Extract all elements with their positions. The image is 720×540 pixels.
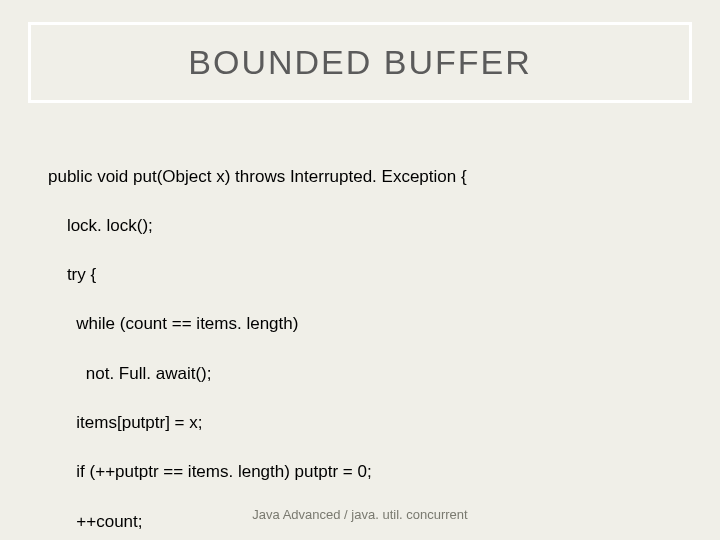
code-line: not. Full. await(); bbox=[48, 362, 672, 387]
code-line: while (count == items. length) bbox=[48, 312, 672, 337]
title-box: BOUNDED BUFFER bbox=[28, 22, 692, 103]
code-block: public void put(Object x) throws Interru… bbox=[48, 140, 672, 540]
code-line: if (++putptr == items. length) putptr = … bbox=[48, 460, 672, 485]
code-line: try { bbox=[48, 263, 672, 288]
footer-text: Java Advanced / java. util. concurrent bbox=[0, 507, 720, 522]
code-line: public void put(Object x) throws Interru… bbox=[48, 165, 672, 190]
code-line: lock. lock(); bbox=[48, 214, 672, 239]
page-title: BOUNDED BUFFER bbox=[31, 43, 689, 82]
code-line: items[putptr] = x; bbox=[48, 411, 672, 436]
